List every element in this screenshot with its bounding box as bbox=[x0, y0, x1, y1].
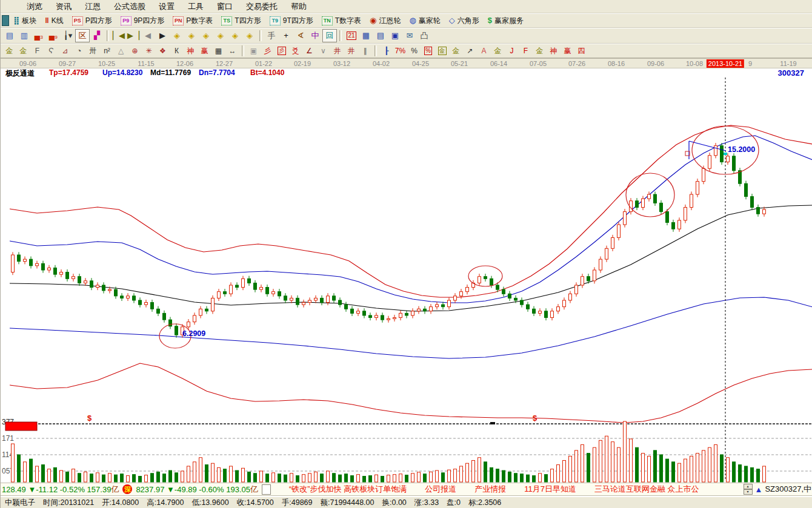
menu-item-帮助[interactable]: 帮助 bbox=[284, 0, 313, 13]
t9-square-button[interactable]: T99T四方形 bbox=[265, 14, 318, 27]
hand-icon[interactable]: 手 bbox=[264, 29, 279, 42]
diamond-left-icon[interactable]: ◈ bbox=[170, 29, 184, 42]
doc-panel-icon[interactable]: ▤ bbox=[2, 29, 17, 42]
winner-wheel-button[interactable]: ◍赢家轮 bbox=[405, 14, 444, 27]
grid-box2-icon[interactable]: 井 bbox=[344, 45, 358, 57]
menu-item-资讯[interactable]: 资讯 bbox=[49, 0, 78, 13]
square-web-icon[interactable]: ❖ bbox=[156, 45, 170, 57]
spiral-icon[interactable]: Ϛ bbox=[44, 45, 58, 57]
last-bar-icon[interactable]: ▶▕ bbox=[126, 29, 141, 42]
gold-angle-icon[interactable]: 金 bbox=[491, 45, 505, 57]
span-arrow-icon[interactable]: ↔ bbox=[225, 45, 239, 57]
first-bar-icon[interactable]: ▏◀ bbox=[111, 29, 126, 42]
save-icon[interactable]: ▣ bbox=[388, 29, 402, 42]
winner-service-button[interactable]: $赢家服务 bbox=[484, 14, 528, 27]
doc-list-icon[interactable]: ▥ bbox=[17, 29, 32, 42]
angle-measure-icon[interactable]: ∢ bbox=[293, 29, 308, 42]
diamond-right-icon[interactable]: ◈ bbox=[184, 29, 199, 42]
scale-bars-icon[interactable]: ┠ bbox=[379, 45, 393, 57]
color-histogram-icon[interactable]: ▞ bbox=[90, 29, 104, 42]
menu-item-浏览[interactable]: 浏览 bbox=[20, 0, 49, 13]
win-grid-icon[interactable]: 赢 bbox=[198, 45, 211, 57]
news-headline-link[interactable]: 公司报道 bbox=[425, 484, 456, 495]
gold-gate2-icon[interactable]: 金 bbox=[16, 45, 30, 57]
ticker-scroll-spinner[interactable]: ▴ ▾ bbox=[744, 484, 753, 495]
fan-dense-icon[interactable]: 爻 bbox=[288, 45, 302, 57]
grid123-icon[interactable]: ▦ bbox=[211, 45, 225, 57]
news-headline-link[interactable]: 11月7日早知道 bbox=[524, 484, 576, 495]
k-notation-icon[interactable]: К bbox=[170, 45, 184, 57]
mirror-fold-icon[interactable]: △ bbox=[114, 45, 128, 57]
v-wave-icon[interactable]: ∨ bbox=[316, 45, 330, 57]
calculator-icon[interactable]: ▦ bbox=[359, 29, 373, 42]
menu-item-江恩[interactable]: 江恩 bbox=[78, 0, 107, 13]
menu-item-公式选股[interactable]: 公式选股 bbox=[107, 0, 152, 13]
p9-square-button[interactable]: P99P四方形 bbox=[116, 14, 169, 27]
channel-tool-icon[interactable]: 区 bbox=[75, 29, 90, 42]
news-headline-link[interactable]: “铁改”步伐加快 高铁板块订单饱满 bbox=[289, 484, 407, 495]
gold-circle-icon[interactable]: 金 bbox=[435, 45, 449, 57]
win-angle-icon[interactable]: 赢 bbox=[561, 45, 574, 57]
menu-item-窗口[interactable]: 窗口 bbox=[210, 0, 239, 13]
diamond-hexpand-icon[interactable]: ◈ bbox=[199, 29, 213, 42]
main-chart[interactable]: 37717111405715.20006.2909$$ bbox=[1, 78, 812, 483]
printer-icon[interactable]: 凸 bbox=[417, 29, 431, 42]
si-angle-icon[interactable]: 四 bbox=[574, 45, 588, 57]
next-bar-icon[interactable]: ▶ bbox=[155, 29, 170, 42]
box-tool-icon[interactable]: ▣ bbox=[247, 45, 261, 57]
prev-bar-icon[interactable]: ◀ bbox=[141, 29, 155, 42]
shen-grid-icon[interactable]: 神 bbox=[184, 45, 198, 57]
fan-box-icon[interactable]: 彡 bbox=[275, 45, 288, 57]
news-headline-link[interactable]: 产业情报 bbox=[474, 484, 506, 495]
star-web-icon[interactable]: ✳ bbox=[142, 45, 156, 57]
diamond-cross-icon[interactable]: ◈ bbox=[242, 29, 257, 42]
kline3-icon[interactable]: ▄₃ bbox=[32, 29, 46, 42]
gold-angle2-icon[interactable]: 金 bbox=[533, 45, 547, 57]
menu-item-设置[interactable]: 设置 bbox=[152, 0, 181, 13]
p-number-button[interactable]: PNP数字表 bbox=[168, 14, 217, 27]
f-angle-icon[interactable]: F bbox=[519, 45, 533, 57]
ticker-input-box[interactable] bbox=[262, 484, 271, 495]
n-square-icon[interactable]: n² bbox=[100, 45, 114, 57]
parallel-lines-icon[interactable]: ∥ bbox=[358, 45, 372, 57]
measure-pen-icon[interactable]: ↗ bbox=[463, 45, 477, 57]
gold-gate-icon[interactable]: 金 bbox=[2, 45, 16, 57]
diamond-hshrink-icon[interactable]: ◈ bbox=[213, 29, 228, 42]
candle-type-icon[interactable]: ╽▾ bbox=[61, 29, 75, 42]
kline-button[interactable]: ǁK线 bbox=[41, 14, 67, 27]
circle-cross-icon[interactable]: ⊕ bbox=[128, 45, 142, 57]
pct-icon[interactable]: % bbox=[407, 45, 421, 57]
f-gate-icon[interactable]: F bbox=[30, 45, 44, 57]
diamond-star-icon[interactable]: ◈ bbox=[228, 29, 242, 42]
notepad-icon[interactable]: ▤ bbox=[373, 29, 388, 42]
t-number-button[interactable]: TNT数字表 bbox=[318, 14, 365, 27]
menu-item-工具[interactable]: 工具 bbox=[181, 0, 210, 13]
kline9-icon[interactable]: ▄₉ bbox=[46, 29, 61, 42]
fan-angle-icon[interactable]: ∠ bbox=[302, 45, 316, 57]
pct7-icon[interactable]: 7% bbox=[393, 45, 407, 57]
spinner-up-icon[interactable]: ▴ bbox=[744, 484, 753, 489]
gann-wheel-button[interactable]: ◉江恩轮 bbox=[365, 14, 405, 27]
brain-tool-icon[interactable]: 回 bbox=[322, 29, 337, 42]
hexagon-button[interactable]: ◇六角形 bbox=[445, 14, 484, 27]
calendar-icon[interactable]: 21 bbox=[344, 29, 359, 42]
tick-ruler-icon[interactable]: 卅 bbox=[86, 45, 100, 57]
gold-lines-icon[interactable]: 金 bbox=[449, 45, 463, 57]
wave-a-icon[interactable]: A bbox=[477, 45, 491, 57]
crosshair-icon[interactable]: + bbox=[279, 29, 293, 42]
shen-angle-icon[interactable]: 神 bbox=[547, 45, 561, 57]
t-square-button[interactable]: TST四方形 bbox=[217, 14, 265, 27]
menu-item-交易委托[interactable]: 交易委托 bbox=[239, 0, 284, 13]
grid-box-icon[interactable]: 井 bbox=[330, 45, 344, 57]
p-square-button[interactable]: PSP四方形 bbox=[68, 14, 116, 27]
j-angle-icon[interactable]: J bbox=[505, 45, 519, 57]
news-headline-link[interactable]: 三马论道互联网金融 众上市公 bbox=[594, 484, 699, 495]
mail-icon[interactable]: ✉ bbox=[402, 29, 417, 42]
region-tool-icon[interactable]: 中 bbox=[308, 29, 322, 42]
gann-clock-icon[interactable]: ◔ bbox=[72, 45, 86, 57]
blocks-button[interactable]: ⣿板块 bbox=[9, 14, 41, 27]
spinner-down-icon[interactable]: ▾ bbox=[744, 489, 753, 495]
pct-lines-icon[interactable]: % bbox=[421, 45, 435, 57]
angle-gauge-icon[interactable]: ⊿ bbox=[58, 45, 72, 57]
fan-icon[interactable]: 彡 bbox=[261, 45, 275, 57]
